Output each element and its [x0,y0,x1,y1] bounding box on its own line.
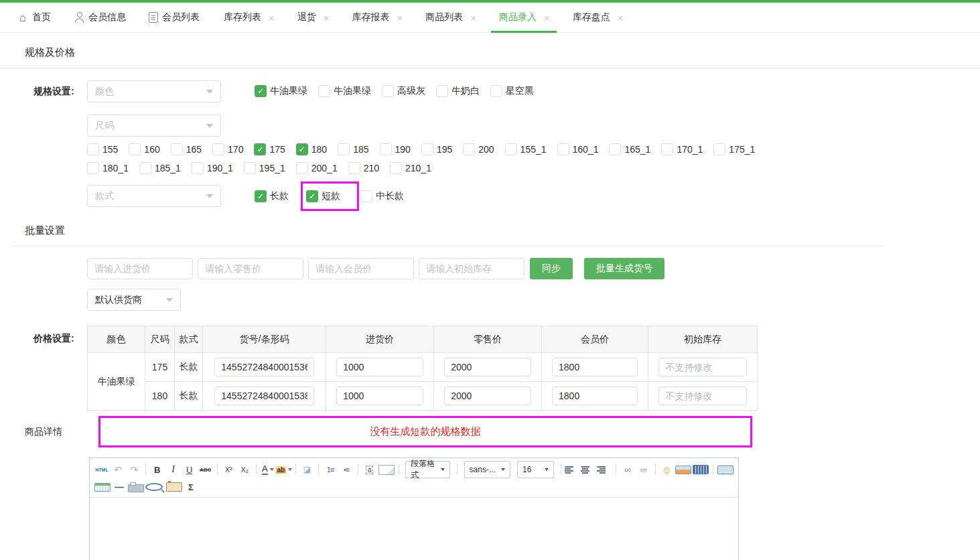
superscript-icon[interactable] [221,462,236,477]
retail-price-cell-input[interactable] [444,358,531,376]
member-price-input[interactable] [308,258,414,279]
tab-会员信息[interactable]: 会员信息 [63,3,138,32]
size-checkbox-190_1[interactable]: 190_1 [192,162,233,174]
ordered-list-icon[interactable] [323,462,338,477]
style-checkbox-中长款[interactable]: 中长款 [360,190,404,202]
emoji-icon[interactable] [659,462,674,477]
tab-会员列表[interactable]: 会员列表 [138,3,212,32]
style-checkbox-长款[interactable]: ✓长款 [255,190,289,202]
size-checkbox-175[interactable]: ✓175 [254,143,285,155]
close-tab-icon[interactable]: × [324,13,330,23]
close-tab-icon[interactable]: × [618,13,624,23]
checkbox-checked-icon: ✓ [255,190,267,202]
font-color-icon[interactable] [261,462,275,477]
sync-button[interactable]: 同步 [530,258,573,279]
size-select[interactable]: 16 [517,461,554,478]
retail-price-input[interactable] [198,258,303,279]
size-checkbox-200[interactable]: 200 [463,143,494,155]
size-checkbox-190[interactable]: 190 [380,143,411,155]
tab-库存盘点[interactable]: 库存盘点× [561,3,634,32]
table-cell [326,382,434,411]
initial-stock-input[interactable] [419,258,524,279]
color-checkbox-牛奶白[interactable]: 牛奶白 [436,85,480,97]
html-icon[interactable] [94,462,109,477]
size-checkbox-170[interactable]: 170 [212,143,243,155]
close-tab-icon[interactable]: × [544,13,550,23]
size-checkbox-200_1[interactable]: 200_1 [296,162,338,174]
close-tab-icon[interactable]: × [470,13,476,23]
eraser-icon[interactable] [299,462,314,477]
new-page-icon[interactable] [378,465,395,475]
purchase-price-input[interactable] [87,258,193,279]
tab-首页[interactable]: 首页 [7,3,63,32]
tab-退货[interactable]: 退货× [285,3,340,32]
align-center-icon[interactable] [581,466,596,474]
table-icon[interactable] [94,483,111,492]
paragraph-select[interactable]: 段落格式 [405,461,450,478]
close-tab-icon[interactable]: × [269,13,275,23]
tab-库存报表[interactable]: 库存报表× [340,3,414,32]
anchor-icon[interactable] [362,462,377,477]
tab-库存列表[interactable]: 库存列表× [212,3,285,32]
formula-icon[interactable] [184,480,198,494]
item-code-input[interactable] [214,358,313,376]
link-icon[interactable] [620,462,635,477]
font-select[interactable]: sans-... [464,461,510,478]
unordered-list-icon[interactable] [339,462,354,477]
size-checkbox-155_1[interactable]: 155_1 [505,143,547,155]
style-checkbox-短款[interactable]: ✓短款 [306,190,340,202]
highlight-icon[interactable] [277,462,291,477]
color-checkbox-高级灰[interactable]: 高级灰 [382,85,425,97]
size-select[interactable]: 尺码 [87,115,221,137]
horizontal-rule-icon[interactable] [112,480,127,494]
image-icon[interactable] [675,466,691,474]
member-price-cell-input[interactable] [552,358,638,376]
size-checkbox-180_1[interactable]: 180_1 [87,162,129,174]
supplier-select[interactable]: 默认供货商 [87,289,181,311]
editor-content-area[interactable] [90,497,738,560]
align-right-icon[interactable] [597,466,612,474]
paste-icon[interactable] [166,482,182,492]
undo-icon[interactable] [111,462,125,477]
italic-icon[interactable] [166,462,181,477]
underline-icon[interactable] [182,462,197,477]
bold-icon[interactable] [150,462,165,477]
size-checkbox-185_1[interactable]: 185_1 [139,162,181,174]
size-checkbox-175_1[interactable]: 175_1 [713,143,755,155]
generate-codes-button[interactable]: 批量生成货号 [584,258,664,279]
size-checkbox-180[interactable]: ✓180 [296,143,327,155]
purchase-price-cell-input[interactable] [336,387,423,405]
size-checkbox-155[interactable]: 155 [87,143,118,155]
media-icon[interactable] [693,465,709,474]
close-tab-icon[interactable]: × [397,13,403,23]
size-checkbox-160_1[interactable]: 160_1 [557,143,599,155]
item-code-input[interactable] [214,387,313,405]
size-checkbox-195[interactable]: 195 [421,143,452,155]
style-select[interactable]: 款式 [87,185,221,207]
unlink-icon[interactable] [636,462,651,477]
strikethrough-icon[interactable] [198,462,213,477]
tab-商品录入[interactable]: 商品录入× [487,3,561,32]
color-checkbox-星空黑[interactable]: 星空黑 [490,85,534,97]
size-checkbox-210[interactable]: 210 [348,162,379,174]
purchase-price-cell-input[interactable] [336,358,423,376]
fullscreen-icon[interactable] [717,466,733,474]
size-checkbox-160[interactable]: 160 [129,143,159,155]
size-checkbox-185[interactable]: 185 [338,143,368,155]
member-price-cell-input[interactable] [552,387,638,405]
size-checkbox-195_1[interactable]: 195_1 [244,162,285,174]
color-checkbox-牛油果绿[interactable]: 牛油果绿 [318,85,371,97]
print-icon[interactable] [128,484,144,492]
align-left-icon[interactable] [565,466,579,474]
redo-icon[interactable] [127,462,141,477]
preview-icon[interactable] [145,483,163,491]
size-checkbox-165_1[interactable]: 165_1 [609,143,650,155]
retail-price-cell-input[interactable] [444,387,531,405]
size-checkbox-170_1[interactable]: 170_1 [661,143,703,155]
color-select[interactable]: 颜色 [87,80,221,102]
size-checkbox-165[interactable]: 165 [171,143,202,155]
tab-商品列表[interactable]: 商品列表× [413,3,487,32]
size-checkbox-210_1[interactable]: 210_1 [390,162,431,174]
color-checkbox-牛油果绿[interactable]: ✓牛油果绿 [255,85,307,97]
subscript-icon[interactable] [237,462,252,477]
